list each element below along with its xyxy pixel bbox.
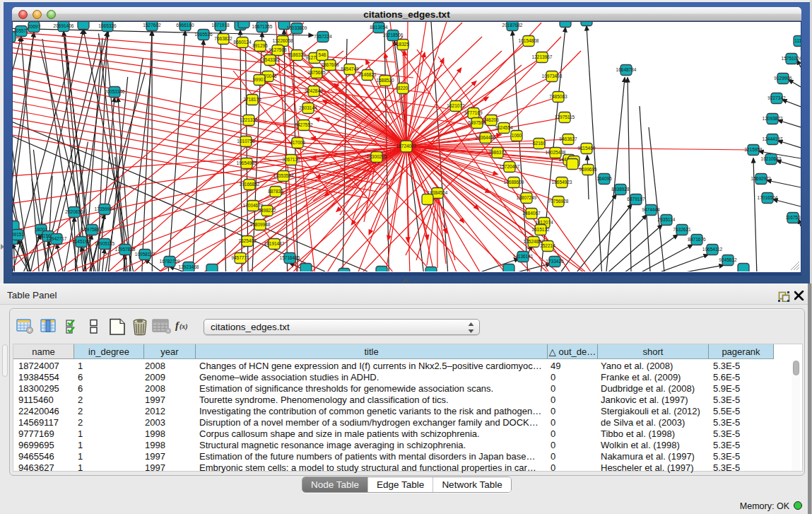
svg-text:10973493: 10973493 [542,74,563,78]
svg-text:70756928: 70756928 [548,199,569,204]
svg-text:9245612: 9245612 [719,257,737,262]
svg-text:9777169: 9777169 [464,110,483,115]
svg-text:20364436: 20364436 [476,135,496,140]
svg-text:14136141: 14136141 [513,254,534,259]
svg-text:19166852: 19166852 [240,182,260,187]
svg-text:7485063: 7485063 [549,94,567,99]
svg-text:3498222: 3498222 [258,208,276,213]
svg-text:9242848: 9242848 [305,88,323,93]
svg-text:1733426: 1733426 [546,259,564,264]
svg-text:8454749: 8454749 [341,66,359,71]
svg-text:12093872: 12093872 [763,116,783,121]
svg-text:3267130: 3267130 [282,157,300,162]
svg-text:16543382: 16543382 [260,57,281,62]
svg-text:12213967: 12213967 [532,54,553,59]
svg-text:546: 546 [319,52,326,57]
svg-text:1615132: 1615132 [531,227,550,232]
svg-text:1145194: 1145194 [73,239,90,244]
svg-text:8813054: 8813054 [370,25,388,30]
svg-text:20691406: 20691406 [54,23,74,28]
svg-text:12905115: 12905115 [95,241,115,246]
svg-text:8938928: 8938928 [611,187,630,192]
svg-text:3484067: 3484067 [522,211,541,216]
svg-text:10654112: 10654112 [702,247,723,252]
svg-text:9474444: 9474444 [642,207,660,212]
svg-text:7357224: 7357224 [314,34,332,39]
svg-text:1010755: 1010755 [237,139,255,144]
svg-text:99901: 99901 [253,77,266,82]
svg-text:62160: 62160 [533,141,546,146]
svg-text:1065526: 1065526 [194,32,213,37]
svg-text:10688609: 10688609 [504,180,524,185]
svg-text:10025438: 10025438 [546,150,566,155]
svg-text:891295: 891295 [252,43,268,48]
svg-text:19654983: 19654983 [237,160,257,165]
svg-text:18654923: 18654923 [552,180,572,185]
svg-text:15975887: 15975887 [82,227,102,232]
svg-text:15809948: 15809948 [250,222,271,227]
svg-text:16154808: 16154808 [519,38,539,43]
svg-text:16648784: 16648784 [616,67,637,72]
svg-text:9146821: 9146821 [358,72,377,77]
svg-text:19218506: 19218506 [383,33,404,37]
svg-text:746206: 746206 [483,117,499,122]
svg-text:16782759: 16782759 [160,259,180,264]
svg-text:8220: 8220 [398,86,408,90]
svg-text:9699695: 9699695 [579,167,597,172]
svg-text:1071918: 1071918 [211,23,230,28]
svg-text:2718176: 2718176 [243,97,261,102]
svg-text:3875685: 3875685 [307,70,326,75]
svg-text:12923468: 12923468 [179,264,199,269]
svg-text:20053346: 20053346 [105,89,125,94]
svg-text:7625402: 7625402 [238,238,257,243]
svg-text:9129906: 9129906 [774,76,792,81]
svg-text:(x): (x) [180,322,188,331]
svg-text:2867608: 2867608 [321,62,339,67]
svg-text:7632621: 7632621 [673,227,691,232]
svg-text:2069?: 2069? [28,24,40,29]
svg-text:417006: 417006 [290,140,305,145]
svg-text:17359924: 17359924 [95,206,115,211]
svg-text:9227342: 9227342 [767,95,786,100]
svg-text:9463627: 9463627 [559,136,577,141]
svg-text:20187682: 20187682 [502,23,523,28]
svg-text:15716485: 15716485 [280,255,300,260]
svg-text:15751024: 15751024 [782,56,801,61]
svg-text:1060: 1060 [512,133,522,138]
svg-text:164095: 164095 [596,176,612,181]
svg-text:9115460: 9115460 [578,146,596,151]
svg-text:887833: 887833 [268,189,283,194]
svg-text:3215958: 3215958 [744,147,763,152]
svg-text:6879197: 6879197 [627,197,645,201]
svg-text:9457771: 9457771 [231,255,249,260]
svg-text:2020655: 2020655 [65,209,83,214]
svg-text:1588520: 1588520 [376,78,394,83]
svg-text:39151: 39151 [13,232,24,237]
svg-text:12975115: 12975115 [555,115,575,119]
svg-text:9127508: 9127508 [269,47,287,52]
svg-text:16033809: 16033809 [287,25,307,30]
svg-text:252214: 252214 [540,243,555,248]
svg-text:15720407: 15720407 [500,164,520,169]
svg-text:17016504: 17016504 [758,195,778,200]
svg-text:8471676: 8471676 [688,237,706,242]
svg-text:8427552: 8427552 [295,122,313,127]
svg-text:17004678: 17004678 [243,203,264,208]
svg-text:8186323: 8186323 [288,52,306,57]
svg-text:7986372: 7986372 [488,150,507,155]
svg-text:13226058: 13226058 [273,38,293,43]
svg-text:17957825: 17957825 [115,247,136,252]
svg-text:116753: 116753 [785,215,801,220]
svg-text:18724007: 18724007 [396,144,417,148]
svg-text:18191447: 18191447 [264,241,285,246]
svg-text:12444197: 12444197 [763,136,783,141]
svg-text:10958117: 10958117 [135,252,155,257]
svg-text:1621072: 1621072 [447,103,465,108]
svg-text:6966160: 6966160 [176,23,194,28]
svg-text:2935114: 2935114 [658,217,676,222]
svg-text:15692971: 15692971 [751,176,772,181]
svg-text:1221336: 1221336 [240,117,258,122]
svg-text:16210643: 16210643 [761,156,782,161]
svg-text:16671355: 16671355 [252,24,273,29]
svg-text:14353594: 14353594 [273,173,294,178]
